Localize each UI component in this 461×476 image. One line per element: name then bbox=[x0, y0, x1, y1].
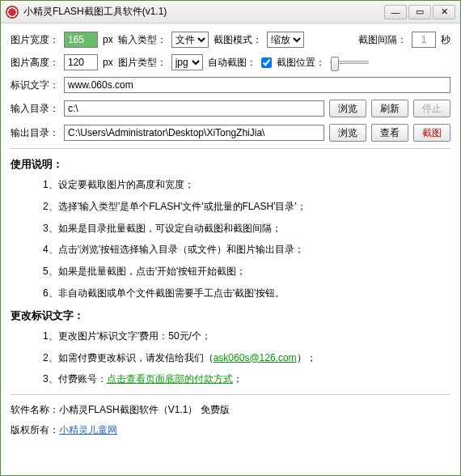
row-settings-1: 图片宽度： px 输入类型： 文件 截图模式： 缩放 截图间隔： 秒 bbox=[11, 32, 450, 48]
app-icon bbox=[6, 6, 19, 19]
usage-list: 1、设定要截取图片的高度和宽度； 2、选择'输入类型'是单个FLASH'文件'或… bbox=[43, 178, 450, 300]
view-button[interactable]: 查看 bbox=[371, 124, 408, 142]
img-type-label: 图片类型： bbox=[118, 56, 167, 70]
usage-item: 6、非自动截图或单个文件截图需要手工点击'截图'按钮。 bbox=[43, 287, 450, 300]
auto-capture-label: 自动截图： bbox=[208, 56, 256, 70]
usage-item: 5、如果是批量截图，点击'开始'按钮开始截图； bbox=[43, 265, 450, 278]
row-input-dir: 输入目录： 浏览 刷新 停止 bbox=[11, 100, 450, 117]
input-type-select[interactable]: 文件 bbox=[171, 32, 209, 48]
interval-input[interactable] bbox=[412, 32, 436, 48]
pic-height-input[interactable] bbox=[64, 54, 98, 70]
watermark-input[interactable] bbox=[64, 77, 450, 93]
email-link[interactable]: ask060s@126.com bbox=[214, 352, 297, 363]
pic-width-label: 图片宽度： bbox=[11, 33, 59, 47]
copyright-link[interactable]: 小精灵儿童网 bbox=[59, 424, 117, 436]
capture-pos-slider[interactable] bbox=[330, 61, 369, 64]
px-unit: px bbox=[103, 34, 113, 45]
titlebar: 小精灵FLASH截图工具软件(v1.1) — ▭ ✕ bbox=[1, 1, 460, 23]
browse-input-button[interactable]: 浏览 bbox=[329, 100, 366, 117]
watermark-label: 标识文字： bbox=[11, 79, 59, 92]
output-dir-input[interactable] bbox=[64, 125, 324, 141]
capture-mode-select[interactable]: 缩放 bbox=[267, 32, 304, 48]
payment-link[interactable]: 点击查看页面底部的付款方式 bbox=[107, 373, 233, 385]
usage-item: 4、点击'浏览'按钮选择输入目录（或文件）和图片输出目录； bbox=[43, 243, 450, 257]
change-list: 1、更改图片'标识文字'费用：50元/个； 2、如需付费更改标识，请发信给我们（… bbox=[43, 329, 450, 386]
window-controls: — ▭ ✕ bbox=[384, 5, 455, 19]
pic-width-input[interactable] bbox=[64, 32, 98, 48]
app-window: 小精灵FLASH截图工具软件(v1.1) — ▭ ✕ 图片宽度： px 输入类型… bbox=[0, 0, 461, 476]
content-area: 图片宽度： px 输入类型： 文件 截图模式： 缩放 截图间隔： 秒 图片高度：… bbox=[1, 23, 460, 475]
capture-mode-label: 截图模式： bbox=[214, 33, 262, 47]
usage-item: 1、设定要截取图片的高度和宽度； bbox=[43, 178, 450, 192]
refresh-button[interactable]: 刷新 bbox=[371, 100, 408, 117]
row-output-dir: 输出目录： 浏览 查看 截图 bbox=[11, 124, 450, 142]
usage-title: 使用说明： bbox=[11, 157, 450, 172]
capture-pos-label: 截图位置： bbox=[277, 56, 325, 70]
separator bbox=[11, 148, 450, 149]
usage-item: 3、如果是目录批量截图，可设定自动截图和截图间隔； bbox=[43, 222, 450, 236]
change-item: 3、付费账号：点击查看页面底部的付款方式； bbox=[43, 372, 450, 386]
browse-output-button[interactable]: 浏览 bbox=[329, 124, 366, 142]
capture-button[interactable]: 截图 bbox=[413, 124, 450, 142]
seconds-unit: 秒 bbox=[441, 33, 450, 47]
footer-line-1: 软件名称：小精灵FLASH截图软件（V1.1） 免费版 bbox=[11, 403, 450, 417]
change-item: 2、如需付费更改标识，请发信给我们（ask060s@126.com）； bbox=[43, 351, 450, 365]
change-title: 更改标识文字： bbox=[11, 308, 450, 323]
window-title: 小精灵FLASH截图工具软件(v1.1) bbox=[23, 5, 384, 19]
change-item: 1、更改图片'标识文字'费用：50元/个； bbox=[43, 329, 450, 343]
maximize-button[interactable]: ▭ bbox=[408, 5, 431, 19]
stop-button[interactable]: 停止 bbox=[413, 100, 450, 117]
minimize-button[interactable]: — bbox=[384, 5, 407, 19]
img-type-select[interactable]: jpg bbox=[171, 54, 203, 70]
row-watermark: 标识文字： bbox=[11, 77, 450, 93]
separator-2 bbox=[11, 394, 450, 395]
row-settings-2: 图片高度： px 图片类型： jpg 自动截图： 截图位置： bbox=[11, 54, 450, 70]
footer-line-2: 版权所有：小精灵儿童网 bbox=[11, 423, 450, 437]
pic-height-label: 图片高度： bbox=[11, 56, 59, 70]
px-unit-2: px bbox=[103, 57, 113, 68]
output-dir-label: 输出目录： bbox=[11, 126, 59, 140]
input-dir-input[interactable] bbox=[64, 100, 324, 117]
input-dir-label: 输入目录： bbox=[11, 102, 59, 116]
auto-capture-checkbox[interactable] bbox=[261, 57, 272, 68]
input-type-label: 输入类型： bbox=[118, 33, 167, 47]
close-button[interactable]: ✕ bbox=[433, 5, 455, 19]
interval-label: 截图间隔： bbox=[358, 33, 407, 47]
usage-item: 2、选择'输入类型'是单个FLASH'文件'或批量的FLASH'目录'； bbox=[43, 200, 450, 214]
